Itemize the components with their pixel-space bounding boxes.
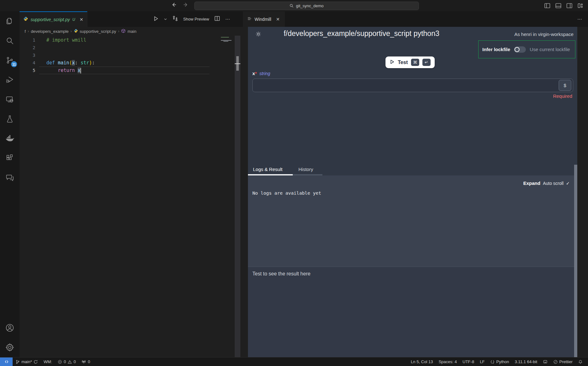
sync-icon[interactable] [33,360,38,364]
run-debug-icon[interactable] [0,70,20,90]
wm-status[interactable]: WM: [41,357,55,366]
settings-gear-icon[interactable] [0,338,20,357]
broadcast-tower-icon [81,359,86,364]
cursor-position-status[interactable]: Ln 5, Col 13 [408,357,436,366]
enter-key-icon: ↵ [422,59,431,66]
error-icon [58,360,62,364]
breadcrumb-folder[interactable]: f [25,29,26,34]
code-line[interactable]: 1# import wmill [20,36,243,44]
tab-supportive-script[interactable]: supportive_script.py U ✕ [20,11,87,27]
editor-more-actions-icon[interactable]: ⋯ [225,16,230,22]
tab-label: Windmill [255,17,271,22]
breadcrumb-file[interactable]: supportive_script.py [80,29,116,34]
breadcrumb: f › developers_example › supportive_scri… [20,27,243,36]
autoscroll-label[interactable]: Auto scroll [543,181,563,186]
explorer-icon[interactable] [0,11,20,31]
lockfile-toggle[interactable] [514,46,526,53]
code-line[interactable]: 4def main(x: str): [20,59,243,67]
accounts-icon[interactable] [0,318,20,338]
overview-ruler-cursor-mark [235,63,240,64]
python-file-icon [23,16,28,22]
code-line[interactable]: 2 [20,44,243,51]
test-button[interactable]: Test ⌘ ↵ [385,56,435,68]
code-editor[interactable]: 1# import wmill234def main(x: str):5 ret… [20,36,243,357]
check-icon: ✓ [566,181,570,186]
line-number: 5 [20,67,35,74]
extensions-icon[interactable] [0,148,20,168]
arg-label: x*string [252,71,270,76]
back-arrow-icon[interactable] [171,2,177,8]
python-version-status[interactable]: 3.11.1 64-bit [512,357,540,366]
tab-history[interactable]: History [298,164,313,174]
tab-close-icon[interactable]: ✕ [276,17,280,22]
arg-type: string [259,71,270,76]
command-center-search[interactable]: git_sync_demo [194,2,419,10]
testing-icon[interactable] [0,109,20,129]
text-cursor [80,68,81,74]
search-sidebar-icon[interactable] [0,31,20,50]
line-number: 4 [20,59,35,67]
problems-status[interactable]: 0 0 [55,357,79,366]
indentation: Spaces: 4 [438,359,457,364]
wm-label: WM: [44,359,52,364]
tab-logs-result[interactable]: Logs & Result [253,164,282,174]
variable-picker-button[interactable]: $ [559,80,571,91]
symbol-method-icon [121,29,126,34]
required-marker: * [255,71,257,76]
lockfile-toggle-box: Infer lockfile Use current lockfile [478,40,575,58]
formatter-name: Prettier [559,359,573,364]
result-panel: Test to see the result here [248,267,577,357]
run-context-label: As henri in virgin-workspace [514,32,573,37]
panel-scrollbar[interactable] [574,165,577,357]
arg-string-input[interactable]: $ [252,79,573,92]
theme-sun-icon[interactable] [255,31,262,39]
customize-layout-icon[interactable] [577,3,584,10]
prettier-status[interactable]: Prettier [550,357,575,366]
forward-arrow-icon[interactable] [183,2,189,8]
toggle-knob-icon [514,47,520,52]
show-preview-button[interactable]: Show Preview [183,17,209,21]
remote-indicator[interactable] [0,357,13,366]
git-branch-icon [15,360,20,364]
source-control-icon[interactable]: 11 [0,50,20,70]
branch-status[interactable]: main* [13,357,41,366]
breadcrumb-folder[interactable]: developers_example [31,29,69,34]
test-button-label: Test [398,60,408,65]
warning-icon [68,360,72,364]
run-file-icon[interactable] [153,16,159,23]
comments-icon[interactable] [0,168,20,187]
language-mode-status[interactable]: Python [487,357,512,366]
expand-button[interactable]: Expand [523,180,540,186]
selector-grid-status[interactable] [540,357,550,366]
scm-badge: 11 [11,61,17,67]
editor-scrollbar[interactable] [235,36,240,357]
docker-icon[interactable] [0,129,20,148]
cmd-key-icon: ⌘ [411,59,419,66]
code-line[interactable]: 3 [20,51,243,59]
toggle-panel-left-icon[interactable] [544,3,550,10]
tab-windmill[interactable]: Windmill ✕ [243,11,285,27]
toggle-panel-bottom-icon[interactable] [555,3,562,10]
play-icon [390,59,395,66]
indentation-status[interactable]: Spaces: 4 [436,357,460,366]
notifications-status[interactable] [575,357,585,366]
ports-status[interactable]: 0 [79,357,93,366]
windmill-webview: f/developers_example/supportive_script p… [248,27,577,357]
validation-message: Required [553,93,572,99]
tab-close-icon[interactable]: ✕ [79,17,83,22]
eol-status[interactable]: LF [477,357,487,366]
split-editor-icon[interactable] [214,15,220,23]
braces-icon [490,360,495,364]
breadcrumb-symbol[interactable]: main [127,29,136,34]
encoding-status[interactable]: UTF-8 [460,357,477,366]
run-dropdown-chevron-icon[interactable] [164,16,167,22]
open-changes-icon[interactable] [172,15,178,23]
infer-lockfile-label: Infer lockfile [482,47,510,52]
code-line[interactable]: 5 return x [20,67,243,74]
minimap[interactable] [221,37,235,43]
eol: LF [480,359,485,364]
remote-explorer-icon[interactable] [0,90,20,109]
windmill-more-actions-icon[interactable]: ⋯ [577,16,588,22]
bell-icon [578,360,583,364]
toggle-panel-right-icon[interactable] [566,3,573,10]
